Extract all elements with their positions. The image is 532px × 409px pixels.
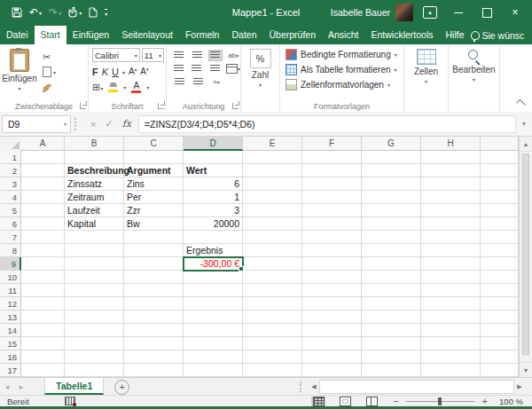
cell-E14[interactable]: [243, 324, 302, 337]
row-header-1[interactable]: 1: [0, 151, 21, 164]
cell-A5[interactable]: [21, 204, 65, 217]
cell-B2[interactable]: Beschreibung: [65, 164, 124, 177]
cell-E12[interactable]: [243, 297, 302, 311]
cell-E6[interactable]: [243, 217, 302, 231]
cell-G13[interactable]: [362, 311, 421, 324]
cell-G5[interactable]: [362, 204, 421, 217]
cell-C15[interactable]: [124, 337, 184, 350]
cell-F9[interactable]: [302, 257, 362, 271]
row-header-9[interactable]: 9: [0, 257, 21, 271]
column-header-G[interactable]: G: [362, 137, 421, 151]
cell-A4[interactable]: [21, 191, 65, 204]
tab-bar-splitter[interactable]: [300, 381, 305, 392]
editing-group-button[interactable]: Bearbeiten ▾: [452, 44, 495, 100]
cell-C1[interactable]: [124, 151, 184, 164]
format-painter-button[interactable]: [43, 81, 56, 93]
scroll-down-icon[interactable]: ▼: [520, 362, 532, 377]
cell-H2[interactable]: [421, 164, 481, 177]
cell-B1[interactable]: [65, 151, 124, 164]
cell-I2[interactable]: [481, 164, 519, 177]
cell-E10[interactable]: [243, 271, 302, 284]
cell-styles-button[interactable]: Zellenformatvorlagen▾: [286, 77, 403, 92]
row-header-12[interactable]: 12: [0, 297, 21, 311]
zoom-slider-handle[interactable]: [438, 397, 442, 405]
cell-F12[interactable]: [302, 297, 362, 311]
column-header-H[interactable]: H: [421, 137, 481, 151]
cell-D14[interactable]: [184, 324, 243, 337]
cell-D5[interactable]: 3: [184, 204, 243, 217]
paste-button[interactable]: Einfügen ▾: [0, 44, 39, 100]
cell-G9[interactable]: [362, 257, 421, 271]
cell-B8[interactable]: [65, 244, 124, 257]
cell-A6[interactable]: [21, 217, 65, 231]
cell-G10[interactable]: [362, 271, 421, 284]
cell-H5[interactable]: [421, 204, 481, 217]
cell-G17[interactable]: [362, 364, 421, 377]
format-as-table-button[interactable]: Als Tabelle formatieren▾: [286, 62, 403, 77]
cell-I7[interactable]: [481, 231, 519, 244]
cell-E8[interactable]: [243, 244, 302, 257]
column-header-I[interactable]: [481, 137, 519, 151]
horizontal-scrollbar[interactable]: ◀ ▶: [309, 380, 525, 393]
zoom-level[interactable]: 100 %: [495, 397, 523, 406]
cell-H9[interactable]: [421, 257, 481, 271]
cell-I10[interactable]: [481, 271, 519, 284]
cell-G2[interactable]: [362, 164, 421, 177]
cell-G12[interactable]: [362, 297, 421, 311]
maximize-icon[interactable]: [475, 3, 498, 22]
conditional-formatting-button[interactable]: Bedingte Formatierung▾: [286, 47, 403, 62]
sheet-nav-right-icon[interactable]: ▸: [14, 378, 28, 395]
cell-G4[interactable]: [362, 191, 421, 204]
cell-I17[interactable]: [481, 364, 519, 377]
cell-D11[interactable]: [184, 284, 243, 297]
cells-group-button[interactable]: Zellen ▾: [414, 44, 438, 100]
cell-G3[interactable]: [362, 177, 421, 191]
cell-C11[interactable]: [124, 284, 184, 297]
cell-H15[interactable]: [421, 337, 481, 350]
vertical-scrollbar[interactable]: ▲ ▼: [519, 137, 532, 377]
cell-A12[interactable]: [21, 297, 65, 311]
cell-H16[interactable]: [421, 350, 481, 364]
cell-B4[interactable]: Zeitraum: [65, 191, 124, 204]
align-right-button[interactable]: [208, 63, 222, 75]
cell-B14[interactable]: [65, 324, 124, 337]
cell-I14[interactable]: [481, 324, 519, 337]
cell-B10[interactable]: [65, 271, 124, 284]
cell-G1[interactable]: [362, 151, 421, 164]
cell-C8[interactable]: [124, 244, 184, 257]
cell-E17[interactable]: [243, 364, 302, 377]
cell-C13[interactable]: [124, 311, 184, 324]
cell-E3[interactable]: [243, 177, 302, 191]
number-group-button[interactable]: % Zahl ▾: [250, 44, 271, 100]
row-header-14[interactable]: 14: [0, 324, 21, 337]
cell-A7[interactable]: [21, 231, 65, 244]
cell-B17[interactable]: [65, 364, 124, 377]
vertical-scrollbar-thumb[interactable]: [522, 153, 529, 355]
cell-F16[interactable]: [302, 350, 362, 364]
cell-F11[interactable]: [302, 284, 362, 297]
minimize-icon[interactable]: [447, 3, 470, 22]
redo-icon[interactable]: ↷▾: [46, 4, 64, 21]
cell-F5[interactable]: [302, 204, 362, 217]
cell-H4[interactable]: [421, 191, 481, 204]
cell-F1[interactable]: [302, 151, 362, 164]
cell-B15[interactable]: [65, 337, 124, 350]
cell-C12[interactable]: [124, 297, 184, 311]
cell-C6[interactable]: Bw: [124, 217, 184, 231]
cell-B11[interactable]: [65, 284, 124, 297]
row-header-8[interactable]: 8: [0, 244, 21, 257]
ribbon-display-options-icon[interactable]: ▴: [419, 3, 442, 22]
scroll-left-icon[interactable]: ◀: [309, 381, 319, 393]
copy-button[interactable]: ▾: [43, 66, 56, 78]
cell-F2[interactable]: [302, 164, 362, 177]
alignment-dialog-launcher-icon[interactable]: [232, 103, 239, 109]
cell-A9[interactable]: [21, 257, 65, 271]
cell-I12[interactable]: [481, 297, 519, 311]
cell-D6[interactable]: 20000: [184, 217, 243, 231]
ribbon-tab-entwicklertools[interactable]: Entwicklertools: [364, 26, 439, 44]
tell-me-box[interactable]: Sie wünsc: [471, 30, 525, 44]
zoom-out-button[interactable]: −: [393, 397, 398, 405]
align-center-button[interactable]: [190, 63, 203, 75]
row-header-16[interactable]: 16: [0, 350, 21, 364]
fill-color-button[interactable]: [108, 83, 118, 92]
